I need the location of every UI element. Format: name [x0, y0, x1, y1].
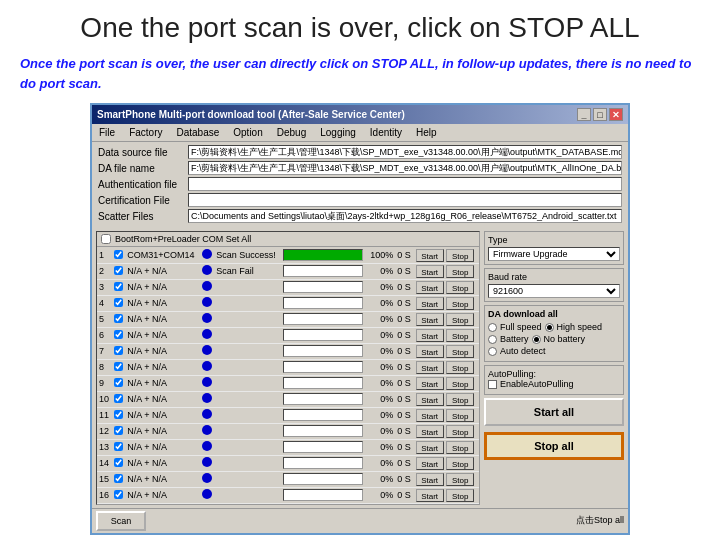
row-checkbox-2[interactable] — [114, 266, 123, 275]
full-speed-row: Full speed High speed — [488, 322, 620, 332]
stop-btn-7[interactable]: Stop — [446, 345, 474, 358]
full-speed-radio[interactable] — [488, 323, 497, 332]
row-checkbox-8[interactable] — [114, 362, 123, 371]
stop-btn-15[interactable]: Stop — [446, 473, 474, 486]
port-dot-15 — [202, 473, 212, 483]
auth-label: Authentication file — [98, 179, 188, 190]
row-checkbox-3[interactable] — [114, 282, 123, 291]
start-btn-11[interactable]: Start — [416, 409, 444, 422]
auto-detect-radio[interactable] — [488, 347, 497, 356]
start-btn-16[interactable]: Start — [416, 489, 444, 502]
start-btn-15[interactable]: Start — [416, 473, 444, 486]
menu-factory[interactable]: Factory — [126, 126, 165, 139]
menu-logging[interactable]: Logging — [317, 126, 359, 139]
menu-help[interactable]: Help — [413, 126, 440, 139]
start-btn-8[interactable]: Start — [416, 361, 444, 374]
page-subtitle: Once the port scan is over, the user can… — [20, 54, 700, 93]
row-checkbox-15[interactable] — [114, 474, 123, 483]
stop-btn-14[interactable]: Stop — [446, 457, 474, 470]
stop-btn-1[interactable]: Stop — [446, 249, 474, 262]
cert-input[interactable] — [188, 193, 622, 207]
no-battery-radio[interactable] — [532, 335, 541, 344]
menu-identity[interactable]: Identity — [367, 126, 405, 139]
start-all-button[interactable]: Start all — [484, 398, 624, 426]
row-checkbox-7[interactable] — [114, 346, 123, 355]
scatter-input[interactable]: C:\Documents and Settings\liutao\桌面\2ays… — [188, 209, 622, 223]
row-checkbox-16[interactable] — [114, 490, 123, 499]
port-row-2: 2 N/A + N/A Scan Fail 0% 0 S Start Stop — [97, 263, 479, 279]
stop-btn-3[interactable]: Stop — [446, 281, 474, 294]
maximize-button[interactable]: □ — [593, 108, 607, 121]
row-checkbox-14[interactable] — [114, 458, 123, 467]
row-checkbox-10[interactable] — [114, 394, 123, 403]
port-dot-3 — [202, 281, 212, 291]
high-speed-radio[interactable] — [545, 323, 554, 332]
stop-btn-9[interactable]: Stop — [446, 377, 474, 390]
stop-btn-8[interactable]: Stop — [446, 361, 474, 374]
type-select[interactable]: Firmware Upgrade — [488, 247, 620, 261]
stop-btn-6[interactable]: Stop — [446, 329, 474, 342]
menu-debug[interactable]: Debug — [274, 126, 309, 139]
row-time-16: 0 S — [395, 487, 413, 503]
port-dot-9 — [202, 377, 212, 387]
start-btn-14[interactable]: Start — [416, 457, 444, 470]
battery-label: Battery — [500, 334, 529, 344]
row-status-4 — [214, 295, 280, 311]
menu-option[interactable]: Option — [230, 126, 265, 139]
row-status-15 — [214, 471, 280, 487]
auth-input[interactable] — [188, 177, 622, 191]
start-btn-12[interactable]: Start — [416, 425, 444, 438]
row-num-3: 3 — [97, 279, 112, 295]
baud-select[interactable]: 921600 — [488, 284, 620, 298]
start-btn-6[interactable]: Start — [416, 329, 444, 342]
row-checkbox-12[interactable] — [114, 426, 123, 435]
stop-btn-4[interactable]: Stop — [446, 297, 474, 310]
stop-btn-13[interactable]: Stop — [446, 441, 474, 454]
stop-btn-16[interactable]: Stop — [446, 489, 474, 502]
row-num-13: 13 — [97, 439, 112, 455]
row-checkbox-6[interactable] — [114, 330, 123, 339]
port-panel: BootRom+PreLoader COM Set All 1 COM31+CO… — [96, 231, 480, 505]
row-checkbox-11[interactable] — [114, 410, 123, 419]
row-num-9: 9 — [97, 375, 112, 391]
stop-btn-2[interactable]: Stop — [446, 265, 474, 278]
progress-bar-6 — [283, 329, 363, 341]
row-num-5: 5 — [97, 311, 112, 327]
start-btn-1[interactable]: Start — [416, 249, 444, 262]
row-checkbox-5[interactable] — [114, 314, 123, 323]
row-checkbox-1[interactable] — [114, 250, 123, 259]
start-btn-5[interactable]: Start — [416, 313, 444, 326]
row-checkbox-4[interactable] — [114, 298, 123, 307]
row-status-9 — [214, 375, 280, 391]
start-btn-13[interactable]: Start — [416, 441, 444, 454]
start-btn-7[interactable]: Start — [416, 345, 444, 358]
start-btn-4[interactable]: Start — [416, 297, 444, 310]
menu-database[interactable]: Database — [173, 126, 222, 139]
start-btn-3[interactable]: Start — [416, 281, 444, 294]
select-all-checkbox[interactable] — [101, 234, 111, 244]
battery-radio[interactable] — [488, 335, 497, 344]
da-file-input[interactable]: F:\剪辑资料\生产\生产工具\管理\1348\下载\SP_MDT_exe_v3… — [188, 161, 622, 175]
stop-btn-5[interactable]: Stop — [446, 313, 474, 326]
minimize-button[interactable]: _ — [577, 108, 591, 121]
scan-button[interactable]: Scan — [96, 511, 146, 531]
port-dot-16 — [202, 489, 212, 499]
close-button[interactable]: ✕ — [609, 108, 623, 121]
stop-btn-10[interactable]: Stop — [446, 393, 474, 406]
start-btn-9[interactable]: Start — [416, 377, 444, 390]
stop-btn-12[interactable]: Stop — [446, 425, 474, 438]
menu-file[interactable]: File — [96, 126, 118, 139]
row-com-7: N/A + N/A — [125, 343, 199, 359]
stop-all-button[interactable]: Stop all — [484, 432, 624, 460]
start-btn-10[interactable]: Start — [416, 393, 444, 406]
row-time-13: 0 S — [395, 439, 413, 455]
row-status-1: Scan Success! — [214, 247, 280, 263]
row-com-1: COM31+COM14 — [125, 247, 199, 263]
row-checkbox-13[interactable] — [114, 442, 123, 451]
stop-btn-11[interactable]: Stop — [446, 409, 474, 422]
row-checkbox-9[interactable] — [114, 378, 123, 387]
data-source-input[interactable]: F:\剪辑资料\生产\生产工具\管理\1348\下载\SP_MDT_exe_v3… — [188, 145, 622, 159]
progress-bar-12 — [283, 425, 363, 437]
start-btn-2[interactable]: Start — [416, 265, 444, 278]
enable-autopulling-checkbox[interactable] — [488, 380, 497, 389]
